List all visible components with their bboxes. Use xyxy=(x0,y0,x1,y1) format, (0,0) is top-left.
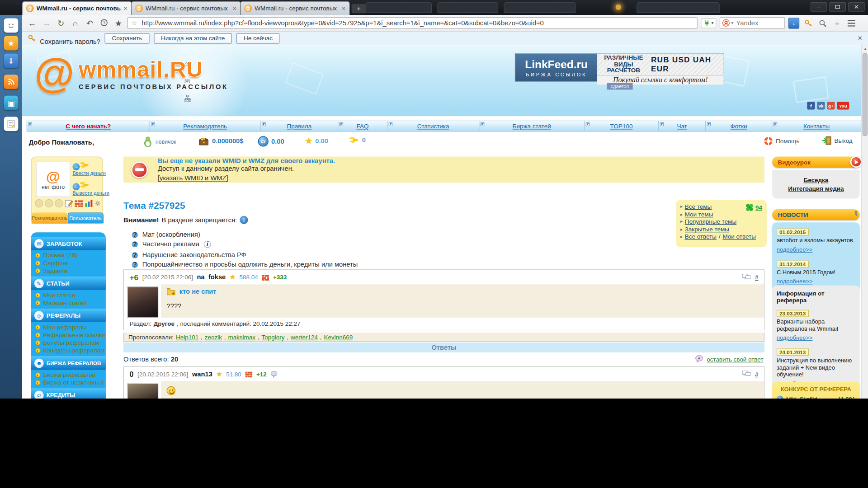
tab-close-icon[interactable]: ✕ xyxy=(123,5,128,11)
new-tab-button[interactable]: + xyxy=(352,4,366,14)
mail-mini-icon[interactable]: ✉ xyxy=(184,77,191,85)
coins-indicator[interactable]: 0 xyxy=(349,136,366,144)
post-anchor-link[interactable]: # xyxy=(755,274,759,281)
restore-button[interactable] xyxy=(829,2,846,12)
search-box[interactable]: Я ▾ xyxy=(720,17,785,29)
sidebar-item-tasks[interactable]: Задания xyxy=(31,267,106,274)
sidebar-item-referral-links[interactable]: Реферальные ссылки xyxy=(31,331,106,338)
post-avatar[interactable] xyxy=(127,286,158,318)
scrollbar-thumb[interactable] xyxy=(863,53,868,136)
balance-indicator[interactable]: 0.000000$ xyxy=(198,136,243,146)
browser-tab-2[interactable]: @ WMmail.ru - сервис почтовых ... ✕ xyxy=(131,1,241,15)
nav-item-top100[interactable]: TOP100 xyxy=(585,121,659,131)
nav-item-rules[interactable]: Правила xyxy=(261,121,338,131)
youtube-icon[interactable]: You xyxy=(837,102,849,109)
not-now-button[interactable]: Не сейчас xyxy=(236,33,280,43)
search-engine-dropdown-icon[interactable]: ▾ xyxy=(731,20,734,25)
sidebar-item-surfing[interactable]: Серфинг xyxy=(31,259,106,267)
sidebar-item-referral-contests[interactable]: Конкурсы рефералам xyxy=(31,347,106,354)
sidebar-item-articles-shop[interactable]: Магазин статей xyxy=(31,299,106,306)
help-link[interactable]: Помощь xyxy=(763,136,799,146)
ad-banner[interactable]: LinkFeed.ru БИРЖА ССЫЛОК РАЗЛИЧНЫЕВИДЫ Р… xyxy=(515,53,724,82)
nav-item-statistics[interactable]: Статистика xyxy=(387,121,479,131)
nav-item-chat[interactable]: Чат xyxy=(659,121,706,131)
sitemap-mini-icon[interactable] xyxy=(184,95,191,103)
reply-avatar[interactable] xyxy=(127,384,158,399)
toolbar-lines-button[interactable]: ≡ xyxy=(831,18,842,28)
gplus-icon[interactable]: g+ xyxy=(827,102,835,109)
news-more-link[interactable]: подробнее>> xyxy=(777,278,812,285)
nav-item-start[interactable]: С чего начать? xyxy=(27,121,150,131)
reload-button[interactable]: ↻ xyxy=(55,19,66,27)
nav-item-advertiser[interactable]: Рекламодатель xyxy=(150,121,261,131)
gear-icon[interactable] xyxy=(94,200,100,206)
vertical-scrollbar[interactable]: ▲ ▼ xyxy=(861,45,868,399)
browser-tab-3[interactable]: @ WMmail.ru - сервис почтовых ... ✕ xyxy=(240,1,349,15)
video-link-media[interactable]: Интеграция медиа xyxy=(776,185,857,192)
download-icon[interactable]: ⇓ xyxy=(4,54,19,68)
chart-icon[interactable] xyxy=(85,199,93,207)
url-input[interactable] xyxy=(141,19,694,28)
quote-bubble-icon[interactable] xyxy=(742,274,750,281)
nav-item-faq[interactable]: FAQ xyxy=(338,121,387,131)
sidebar-item-referral-bonuses[interactable]: Бонусы рефералам xyxy=(31,338,106,346)
site-logo[interactable]: @ wmmail.RU СЕРВИС ПОЧТОВЫХ РАССЫЛОК xyxy=(34,55,228,92)
set-wmid-link[interactable]: [указать WMID и WMZ] xyxy=(158,174,228,182)
save-password-button[interactable]: Сохранить xyxy=(105,33,150,43)
topic-menu-popular[interactable]: ▸Популярные темы xyxy=(680,218,762,225)
voter-link[interactable]: Topglory xyxy=(262,333,285,340)
info-icon[interactable]: i xyxy=(204,240,211,248)
nav-item-photos[interactable]: Фотки xyxy=(706,121,772,131)
voter-link[interactable]: werter124 xyxy=(291,333,318,340)
smiley-widget-icon[interactable] xyxy=(4,18,19,33)
download-manager-button[interactable]: ↓ xyxy=(788,18,799,28)
quote-bubble-icon[interactable] xyxy=(742,371,750,377)
browser-menu-button[interactable] xyxy=(846,18,857,28)
undo-button[interactable]: ↶ xyxy=(84,19,95,27)
bricks-icon[interactable] xyxy=(75,199,83,207)
plugin-dropdown-icon[interactable]: ▾ xyxy=(711,20,713,25)
rss-icon[interactable] xyxy=(4,75,19,89)
leave-reply[interactable]: оставить свой ответ xyxy=(695,355,763,362)
url-star-icon[interactable]: ☆ xyxy=(131,19,137,27)
scroll-up-icon[interactable]: ▲ xyxy=(862,45,868,52)
deposit-money[interactable]: → Ввести деньги xyxy=(72,160,101,176)
browser-tab-1[interactable]: @ WMmail.ru - сервис почтовых ... ✕ xyxy=(22,1,132,15)
credits-indicator[interactable]: Cr 0.00 xyxy=(258,136,284,146)
plugin-button[interactable]: ▾ xyxy=(701,18,716,28)
sidebar-item-my-referrals[interactable]: Мои рефералы xyxy=(31,323,106,331)
sidebar-item-referral-market[interactable]: Биржа рефералов xyxy=(31,371,106,378)
home-button[interactable]: ⌂ xyxy=(70,19,80,27)
page-search-button[interactable] xyxy=(817,18,828,28)
widget-panel-icon[interactable]: ▣ xyxy=(4,96,19,110)
notes-icon[interactable] xyxy=(4,117,19,131)
sidebar-item-my-articles[interactable]: Мои статьи xyxy=(31,291,106,299)
post-author[interactable]: na_fokse xyxy=(197,273,226,281)
password-key-button[interactable] xyxy=(803,18,814,28)
post-title-link[interactable]: кто не спит xyxy=(179,288,217,296)
nav-item-contacts[interactable]: Контакты xyxy=(772,121,861,131)
home-mini-icon[interactable]: ⌂ xyxy=(184,60,191,67)
forward-button[interactable]: → xyxy=(41,19,52,27)
bookmark-star-button[interactable]: ★ xyxy=(113,19,124,27)
rating-indicator[interactable]: ★ 0.00 xyxy=(305,136,328,146)
voter-link[interactable]: maksimax xyxy=(228,333,255,340)
sidebar-item-inactive-market[interactable]: Биржа от неактивных xyxy=(31,379,106,386)
voter-link[interactable]: zeozik xyxy=(205,333,222,340)
back-button[interactable]: ← xyxy=(27,19,38,27)
never-save-button[interactable]: Никогда на этом сайте xyxy=(154,33,232,43)
withdraw-money[interactable]: ← Вывести деньги xyxy=(72,180,101,196)
topics-counter[interactable]: 94 xyxy=(745,203,762,212)
infobar-close-icon[interactable]: ✕ xyxy=(857,35,862,42)
tab-close-icon[interactable]: ✕ xyxy=(232,5,237,11)
voter-link[interactable]: Help101 xyxy=(176,333,198,340)
reply-anchor-link[interactable]: # xyxy=(755,371,759,377)
search-input[interactable] xyxy=(735,19,774,28)
banner-for-rent-tag[interactable]: сдается xyxy=(607,83,632,90)
voter-link[interactable]: Kevinn669 xyxy=(324,333,353,340)
pm-balloon-icon[interactable] xyxy=(270,371,277,378)
video-link-besedka[interactable]: Беседка xyxy=(776,177,857,183)
minimize-button[interactable]: – xyxy=(811,2,827,12)
tab-close-icon[interactable]: ✕ xyxy=(341,5,346,11)
logout-link[interactable]: Выход xyxy=(821,136,852,145)
